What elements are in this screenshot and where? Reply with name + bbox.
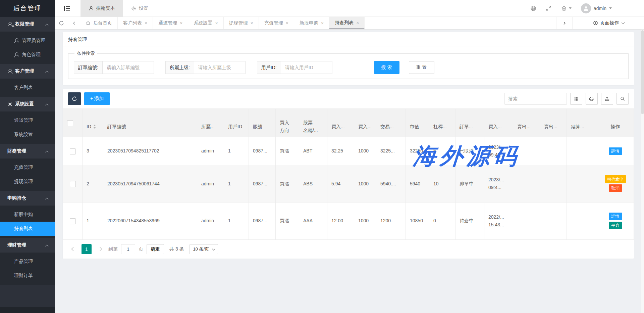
table-cell [513, 202, 540, 239]
sidebar-item[interactable]: 提现管理 [0, 175, 55, 189]
globe-icon[interactable] [530, 5, 536, 11]
gear-icon [131, 6, 137, 11]
tab-close-icon[interactable]: × [251, 21, 253, 26]
tab-close-icon[interactable]: × [356, 20, 359, 25]
nav-tab[interactable]: 通道管理 × [153, 17, 188, 29]
sidebar-item[interactable]: 通道管理 [0, 114, 55, 128]
page-unit-label: 页 [139, 246, 143, 252]
refresh-icon[interactable] [55, 17, 68, 29]
sort-icon[interactable] [93, 125, 96, 129]
table-cell: 5940.... [376, 165, 406, 202]
table-search-input[interactable] [504, 93, 567, 105]
tab-close-icon[interactable]: × [286, 21, 288, 26]
print-icon[interactable] [586, 93, 598, 105]
fullscreen-icon[interactable] [546, 5, 552, 11]
item-label: 充值管理 [14, 165, 33, 171]
sidebar-item[interactable]: 充值管理 [0, 161, 55, 175]
sidebar-section-header[interactable]: 申购持仓 [0, 191, 55, 206]
tab-close-icon[interactable]: × [180, 21, 182, 26]
table-cell: 32.25 [327, 137, 354, 165]
columns-icon[interactable] [570, 93, 582, 105]
row-action-button[interactable]: 取消 [609, 184, 622, 192]
column-label: 買入... [358, 123, 372, 130]
sidebar-section-header[interactable]: 系統設置 [0, 97, 55, 111]
column-label: 訂單編號 [107, 123, 126, 130]
nav-tab[interactable]: 系統設置 × [188, 17, 223, 29]
table-cell: 1 [224, 202, 249, 239]
select-all-checkbox[interactable] [67, 120, 73, 126]
row-action-button[interactable]: 詳情 [609, 147, 622, 155]
app-tab[interactable]: 设置 [123, 0, 156, 17]
column-label: 訂單... [460, 123, 473, 130]
tab-close-icon[interactable]: × [215, 21, 218, 26]
table-cell: 1000 [354, 137, 376, 165]
search-field: 所屬上级: [165, 61, 246, 74]
refresh-table-button[interactable] [68, 92, 81, 105]
search-field: 訂單編號: [74, 61, 154, 74]
sidebar-item[interactable]: 理财订单 [0, 269, 55, 283]
sidebar-section-header[interactable]: 理财管理 [0, 238, 55, 253]
row-action-button[interactable]: 詳情 [609, 213, 622, 220]
row-action-button[interactable]: 轉持倉中 [605, 175, 626, 183]
add-button[interactable]: + 添加 [84, 92, 110, 105]
per-page-select[interactable]: 10 条/页 [190, 244, 218, 254]
column-label: 買入... [488, 123, 502, 130]
search-button[interactable]: 搜 索 [374, 61, 399, 74]
app-tab[interactable]: 振輪资本 [80, 0, 123, 17]
current-page-button[interactable]: 1 [82, 244, 92, 254]
nav-tab[interactable]: 新股申购 × [294, 17, 329, 29]
table-cell: 5940 [406, 165, 429, 202]
page-ops-dropdown[interactable]: 页面操作 [572, 17, 644, 29]
column-label: 結算... [571, 123, 584, 130]
tab-close-icon[interactable]: × [145, 21, 147, 26]
nav-tab[interactable]: 充值管理 × [259, 17, 294, 29]
section-icon [7, 22, 13, 27]
search-icon[interactable] [616, 93, 629, 105]
column-header: 杠桿... [429, 109, 455, 137]
user-menu[interactable]: admin [581, 3, 612, 13]
sidebar-section-header[interactable]: 客户管理 [0, 64, 55, 79]
sidebar-item[interactable]: 客户列表 [0, 81, 55, 95]
item-label: 客户列表 [14, 85, 33, 91]
sidebar-item[interactable]: 系統設置 [0, 128, 55, 142]
scroll-right-button[interactable] [556, 17, 572, 29]
column-label: 賣出... [544, 123, 557, 130]
scrollbar[interactable] [641, 30, 644, 313]
avatar [581, 3, 591, 13]
nav-tab[interactable]: 客户列表 × [118, 17, 153, 29]
field-input[interactable] [281, 61, 332, 74]
sidebar-item[interactable]: 持倉列表 [0, 222, 55, 236]
trash-icon [561, 5, 567, 11]
search-fieldset: 条件搜索 訂單編號: 所屬上级: 用戶ID: [68, 50, 629, 79]
caret-down-icon [609, 7, 612, 9]
nav-tab[interactable]: 提现管理 × [224, 17, 259, 29]
next-page-button[interactable] [95, 244, 105, 254]
scrollbar-thumb[interactable] [641, 30, 644, 114]
sidebar-item[interactable]: 产品管理 [0, 255, 55, 269]
reset-button[interactable]: 重 置 [409, 61, 434, 74]
field-input[interactable] [103, 61, 154, 74]
sidebar-section-header[interactable]: 財務管理 [0, 144, 55, 159]
sidebar-item[interactable]: 角色管理 [0, 48, 55, 62]
nav-tab[interactable]: 持倉列表 × [329, 17, 365, 29]
goto-page-input[interactable] [121, 244, 135, 254]
clear-cache-dropdown[interactable] [561, 5, 572, 11]
row-checkbox[interactable] [70, 181, 76, 187]
sidebar-section-header[interactable]: 权限管理 [0, 17, 55, 32]
field-input[interactable] [194, 61, 245, 74]
nav-tab[interactable]: 后台首页 × [80, 17, 118, 29]
sidebar-item[interactable]: 管理员管理 [0, 34, 55, 48]
tab-close-icon[interactable]: × [321, 21, 324, 26]
confirm-button[interactable]: 确定 [147, 244, 164, 254]
export-icon[interactable] [601, 93, 613, 105]
row-action-button[interactable]: 平倉 [609, 222, 622, 229]
row-checkbox[interactable] [70, 218, 76, 224]
prev-page-button[interactable] [68, 244, 78, 254]
column-header: 買入... [484, 109, 513, 137]
sidebar-item[interactable]: 新股申购 [0, 208, 55, 222]
row-checkbox[interactable] [70, 148, 76, 154]
app-tab-label: 振輪资本 [96, 5, 115, 11]
hamburger-icon[interactable] [64, 5, 70, 11]
scroll-left-button[interactable] [68, 17, 80, 29]
table-cell: admin [197, 165, 224, 202]
